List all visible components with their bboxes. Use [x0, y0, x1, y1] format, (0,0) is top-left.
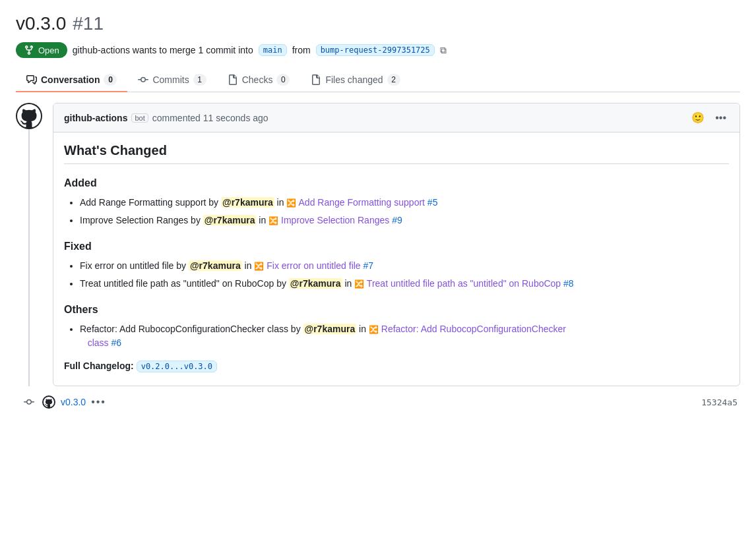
user-mention[interactable]: @r7kamura [189, 260, 242, 271]
conversation-icon [26, 74, 37, 85]
full-changelog: Full Changelog: v0.2.0...v0.3.0 [64, 361, 729, 372]
tab-checks[interactable]: Checks 0 [217, 69, 301, 92]
pr-title-text: v0.3.0 [16, 13, 66, 34]
branch-icon: 🔀 [254, 262, 264, 271]
tab-files-changed-label: Files changed [325, 74, 383, 85]
user-mention[interactable]: @r7kamura [203, 215, 257, 225]
branch-icon: 🔀 [286, 198, 296, 208]
fixed-section: Fixed Fix error on untitled file by @r7k… [64, 241, 729, 291]
changelog-link[interactable]: v0.2.0...v0.3.0 [137, 361, 217, 372]
avatar-column [16, 103, 42, 386]
tab-commits[interactable]: Commits 1 [127, 69, 216, 92]
item-text: in [256, 215, 268, 225]
content-area: github-actions bot commented 11 seconds … [16, 103, 740, 386]
tab-checks-label: Checks [242, 74, 273, 85]
commit-dot-icon [24, 397, 34, 407]
item-text: Add Range Formatting support by [80, 197, 221, 208]
tab-conversation[interactable]: Conversation 0 [16, 69, 127, 92]
from-text: from [292, 45, 311, 55]
added-list: Add Range Formatting support by @r7kamur… [64, 196, 729, 227]
commit-avatar [42, 395, 55, 409]
source-branch-badge[interactable]: bump-request-2997351725 [316, 44, 435, 56]
merge-text: github-actions wants to merge 1 commit i… [73, 45, 253, 55]
user-mention[interactable]: @r7kamura [221, 197, 274, 208]
emoji-button[interactable]: 🙂 [689, 109, 707, 127]
others-list: Refactor: Add RubocopConfigurationChecke… [64, 322, 729, 350]
what-changed-heading: What's Changed [64, 143, 729, 164]
tabs-container: Conversation 0 Commits 1 Checks 0 Files … [16, 69, 740, 92]
tab-conversation-label: Conversation [41, 74, 100, 85]
item-text: in [342, 278, 355, 289]
item-text: Fix error on untitled file by [80, 260, 189, 271]
fixed-heading: Fixed [64, 241, 729, 252]
checks-icon [228, 74, 238, 85]
tab-checks-count: 0 [276, 74, 290, 86]
pr-number: #11 [73, 13, 104, 34]
item-text: in [242, 260, 255, 271]
commit-hash: 15324a5 [701, 397, 740, 407]
tab-conversation-count: 0 [104, 74, 117, 86]
comment-body: What's Changed Added Add Range Formattin… [53, 132, 740, 386]
added-heading: Added [64, 177, 729, 189]
list-item: Add Range Formatting support by @r7kamur… [80, 196, 729, 210]
pr-num-link[interactable]: #9 [389, 215, 402, 225]
open-badge-label: Open [38, 45, 59, 55]
item-text: in [274, 197, 287, 208]
tab-commits-count: 1 [193, 74, 206, 86]
branch-icon: 🔀 [268, 216, 278, 225]
target-branch-badge[interactable]: main [259, 44, 287, 56]
pr-status-bar: Open github-actions wants to merge 1 com… [16, 42, 740, 58]
commit-ellipsis[interactable]: ••• [91, 396, 106, 408]
item-text: Improve Selection Ranges by [80, 215, 203, 225]
pr-num-link[interactable]: #8 [561, 278, 573, 289]
others-section: Others Refactor: Add RubocopConfiguratio… [64, 304, 729, 350]
avatar [16, 103, 42, 129]
more-options-button[interactable]: ••• [712, 109, 729, 127]
branch-icon: 🔀 [369, 325, 379, 334]
commit-info: v0.3.0 ••• [42, 392, 701, 413]
pr-num-link[interactable]: #6 [109, 337, 121, 348]
others-heading: Others [64, 304, 729, 316]
list-item: Improve Selection Ranges by @r7kamura in… [80, 214, 729, 227]
pr-num-link[interactable]: #7 [361, 260, 373, 271]
user-mention[interactable]: @r7kamura [289, 278, 342, 289]
tab-files-changed[interactable]: Files changed 2 [300, 69, 410, 92]
files-changed-icon [311, 74, 321, 85]
comment-header: github-actions bot commented 11 seconds … [53, 103, 740, 132]
commits-icon [138, 74, 148, 85]
pr-title-container: v0.3.0 #11 [16, 13, 740, 34]
tab-files-changed-count: 2 [387, 74, 400, 86]
changelog-label: Full Changelog: [64, 361, 134, 371]
comment-header-left: github-actions bot commented 11 seconds … [64, 113, 268, 123]
added-section: Added Add Range Formatting support by @r… [64, 177, 729, 227]
pr-branch-link[interactable]: Treat untitled file path as "untitled" o… [364, 278, 561, 289]
branch-icon: 🔀 [354, 279, 364, 289]
comment-author[interactable]: github-actions [64, 113, 127, 123]
commit-row-container: v0.3.0 ••• 15324a5 [16, 392, 740, 413]
pr-branch-link[interactable]: Improve Selection Ranges [278, 215, 389, 225]
item-text: Treat untitled file path as "untitled" o… [80, 278, 289, 289]
commit-sha-link[interactable]: v0.3.0 [61, 397, 86, 407]
open-badge: Open [16, 42, 67, 58]
commit-avatar-icon [44, 397, 54, 407]
bot-badge: bot [131, 113, 148, 123]
comment-box: github-actions bot commented 11 seconds … [53, 103, 740, 386]
pr-branch-link[interactable]: Add Range Formatting support [296, 197, 425, 208]
tab-commits-label: Commits [152, 74, 189, 85]
list-item: Treat untitled file path as "untitled" o… [80, 277, 729, 291]
merge-icon [24, 45, 34, 55]
github-logo [17, 104, 41, 128]
list-item: Fix error on untitled file by @r7kamura … [80, 259, 729, 273]
user-mention[interactable]: @r7kamura [303, 324, 357, 334]
item-text: in [356, 324, 369, 334]
commit-connector [16, 397, 42, 407]
list-item: Refactor: Add RubocopConfigurationChecke… [80, 322, 729, 350]
item-text: Refactor: Add RubocopConfigurationChecke… [80, 324, 303, 334]
comment-header-right: 🙂 ••• [689, 109, 729, 127]
comment-meta: commented 11 seconds ago [152, 113, 268, 123]
copy-icon[interactable]: ⧉ [440, 45, 447, 56]
fixed-list: Fix error on untitled file by @r7kamura … [64, 259, 729, 291]
pr-branch-link[interactable]: Fix error on untitled file [264, 260, 360, 271]
pr-num-link[interactable]: #5 [425, 197, 437, 208]
timeline-line [28, 129, 30, 386]
